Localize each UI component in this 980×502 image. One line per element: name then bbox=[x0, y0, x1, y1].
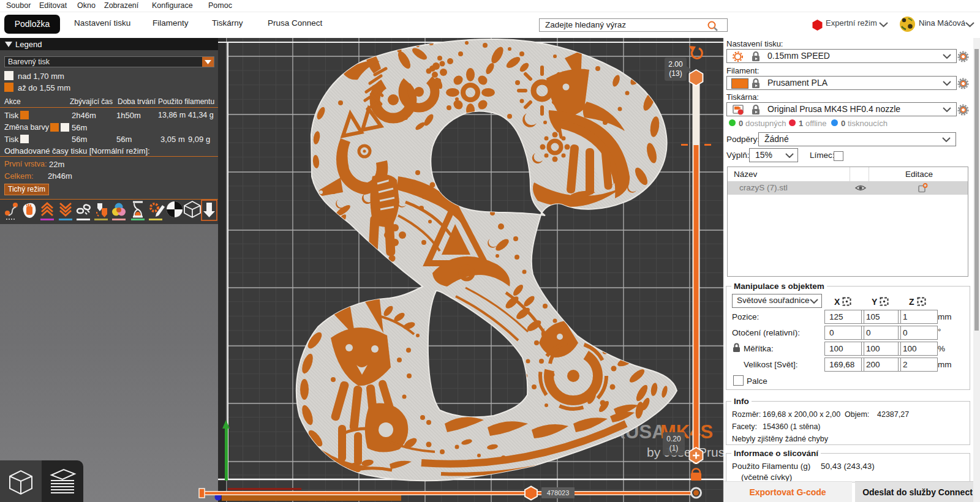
svg-text:(1): (1) bbox=[669, 444, 679, 452]
svg-text:2.00: 2.00 bbox=[668, 60, 683, 69]
svg-text:(13): (13) bbox=[669, 69, 682, 78]
svg-text:0.20: 0.20 bbox=[666, 435, 681, 443]
svg-text:by Josef Prusa: by Josef Prusa bbox=[647, 445, 723, 459]
svg-text:478023: 478023 bbox=[547, 489, 570, 496]
